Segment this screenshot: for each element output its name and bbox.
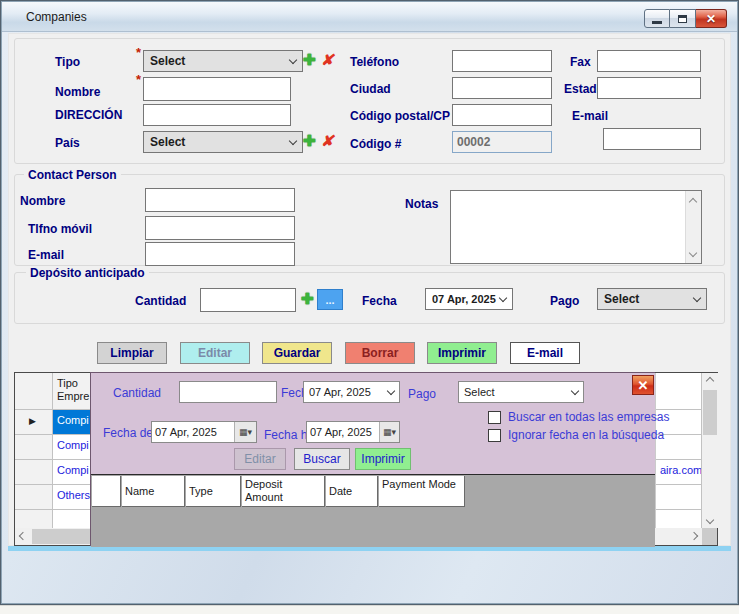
fecha-label: Fecha	[362, 294, 397, 308]
notas-textarea[interactable]	[450, 190, 702, 264]
estado-input[interactable]	[597, 77, 701, 99]
deposits-grid-corner	[92, 476, 121, 507]
tipo-required-asterisk: *	[136, 45, 141, 60]
deposito-title: Depósito anticipado	[26, 266, 149, 280]
telefono-label: Teléfono	[350, 55, 399, 69]
popup-imprimir-button[interactable]: Imprimir	[355, 448, 411, 470]
direccion-label: DIRECCIÓN	[55, 108, 122, 122]
row-selector[interactable]	[15, 435, 53, 460]
grid-vertical-scrollbar[interactable]	[702, 373, 718, 528]
all-companies-label: Buscar en todas las empresas	[508, 410, 669, 424]
deposits-col-date[interactable]: Date	[326, 476, 378, 507]
row-selector[interactable]: ▶	[15, 410, 53, 435]
popup-fecha-desde-label: Fecha desd	[103, 426, 152, 440]
contact-nombre-label: Nombre	[20, 194, 65, 208]
fax-label: Fax	[570, 55, 591, 69]
tipo-select[interactable]: Select	[143, 50, 303, 72]
chevron-down-icon	[571, 386, 579, 394]
scroll-up-icon	[706, 377, 714, 385]
grid-corner-header	[15, 373, 53, 410]
email-input[interactable]	[603, 128, 701, 150]
ignore-date-checkbox[interactable]	[488, 429, 501, 442]
maximize-button[interactable]	[670, 9, 696, 28]
tipo-add-icon[interactable]: ✚	[303, 52, 316, 67]
nombre-input[interactable]	[143, 77, 291, 101]
all-companies-checkbox[interactable]	[488, 411, 501, 424]
tipo-label: Tipo	[55, 55, 80, 69]
direccion-input[interactable]	[143, 104, 291, 126]
minimize-button[interactable]	[644, 9, 670, 28]
vertical-scroll-thumb[interactable]	[703, 390, 717, 435]
contact-tlfno-input[interactable]	[145, 216, 295, 240]
imprimir-button[interactable]: Imprimir	[427, 342, 497, 364]
popup-editar-button[interactable]: Editar	[234, 448, 286, 470]
chevron-down-icon	[499, 293, 507, 301]
scroll-down-icon	[689, 249, 697, 257]
guardar-button[interactable]: Guardar	[262, 342, 332, 364]
pais-select[interactable]: Select	[143, 131, 303, 153]
scroll-left-icon	[19, 532, 27, 540]
fecha-hasta-value: 07 Apr, 2025	[307, 426, 379, 438]
pago-select[interactable]: Select	[597, 288, 707, 310]
limpiar-button[interactable]: Limpiar	[97, 342, 167, 364]
popup-close-button[interactable]: ✕	[632, 375, 654, 395]
pais-delete-icon[interactable]: ✘	[321, 133, 334, 148]
desktop-strip	[0, 605, 739, 614]
fecha-desde-picker[interactable]: 07 Apr, 2025 ▦▾	[151, 421, 257, 443]
deposito-add-icon[interactable]: ✚	[301, 291, 314, 306]
borrar-button[interactable]: Borrar	[345, 342, 415, 364]
row-selector[interactable]	[15, 485, 53, 510]
deposits-col-payment[interactable]: Payment Mode	[379, 476, 465, 507]
scroll-right-icon	[690, 532, 698, 540]
close-icon: ✕	[706, 13, 716, 25]
fecha-hasta-picker[interactable]: 07 Apr, 2025 ▦▾	[306, 421, 400, 443]
tipo-select-value: Select	[150, 54, 290, 68]
editar-button[interactable]: Editar	[180, 342, 250, 364]
fax-input[interactable]	[597, 50, 701, 72]
title-bar[interactable]: Companies ✕	[2, 2, 737, 32]
ciudad-input[interactable]	[452, 77, 552, 99]
popup-cantidad-input[interactable]	[179, 381, 277, 403]
pais-add-icon[interactable]: ✚	[303, 133, 316, 148]
contact-nombre-input[interactable]	[145, 188, 295, 212]
popup-pago-label: Pago	[408, 387, 436, 401]
popup-fecha-combo[interactable]: 07 Apr, 2025	[303, 381, 400, 403]
deposits-col-deposit[interactable]: Deposit Amount	[242, 476, 325, 507]
pago-label: Pago	[550, 294, 579, 308]
deposit-search-popup: ✕ Cantidad Fecha 07 Apr, 2025 Pago Selec…	[90, 372, 655, 546]
ciudad-label: Ciudad	[350, 82, 391, 96]
row-selector[interactable]	[15, 510, 53, 528]
telefono-input[interactable]	[452, 50, 552, 72]
chevron-down-icon	[693, 293, 701, 301]
fecha-combo-value: 07 Apr, 2025	[432, 293, 500, 305]
cantidad-input[interactable]	[200, 288, 296, 312]
ignore-date-label: Ignorar fecha en la búsqueda	[508, 428, 664, 442]
popup-pago-select[interactable]: Select	[458, 381, 584, 403]
chevron-down-icon	[289, 55, 297, 63]
scroll-up-icon	[689, 198, 697, 206]
grid-cell-right	[656, 485, 702, 510]
check-ignore-date-row: Ignorar fecha en la búsqueda	[488, 428, 664, 442]
codigo-postal-input[interactable]	[452, 104, 552, 126]
row-selector[interactable]	[15, 460, 53, 485]
popup-buscar-button[interactable]: Buscar	[294, 448, 350, 470]
deposito-more-button[interactable]: ...	[317, 289, 343, 310]
grid-cell-email[interactable]: aira.com	[656, 460, 702, 485]
deposits-col-type[interactable]: Type	[186, 476, 241, 507]
fecha-combo[interactable]: 07 Apr, 2025	[425, 288, 513, 310]
contact-email-input[interactable]	[145, 242, 295, 266]
caption-buttons: ✕	[644, 9, 727, 28]
popup-cantidad-label: Cantidad	[113, 386, 161, 400]
codigo-input	[452, 131, 552, 153]
close-button[interactable]: ✕	[696, 9, 727, 28]
pais-select-value: Select	[150, 135, 290, 149]
deposits-col-name[interactable]: Name	[122, 476, 185, 507]
tipo-delete-icon[interactable]: ✘	[321, 52, 334, 67]
codigo-label: Código #	[350, 137, 401, 151]
email-button[interactable]: E-mail	[510, 342, 580, 364]
grid-cell-right	[656, 510, 702, 528]
cantidad-label: Cantidad	[135, 294, 186, 308]
popup-fecha-hasta-label: Fecha ha	[264, 428, 306, 442]
notas-scrollbar[interactable]	[685, 191, 701, 263]
window-title: Companies	[26, 10, 87, 24]
